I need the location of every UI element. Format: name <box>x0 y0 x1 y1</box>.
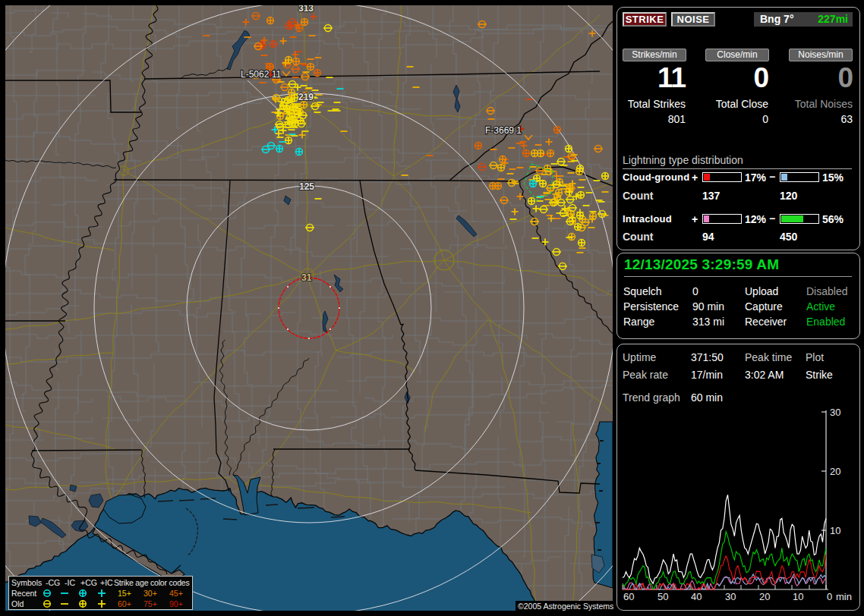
svg-text:30: 30 <box>725 591 736 602</box>
svg-text:50: 50 <box>657 591 668 602</box>
svg-text:0: 0 <box>827 591 832 602</box>
svg-text:60: 60 <box>623 591 634 602</box>
svg-text:40: 40 <box>691 591 702 602</box>
svg-text:min: min <box>836 591 852 602</box>
svg-text:10: 10 <box>793 591 803 602</box>
svg-text:10: 10 <box>830 525 840 536</box>
svg-text:20: 20 <box>830 466 840 477</box>
svg-text:20: 20 <box>759 591 770 602</box>
svg-text:30: 30 <box>830 407 840 418</box>
